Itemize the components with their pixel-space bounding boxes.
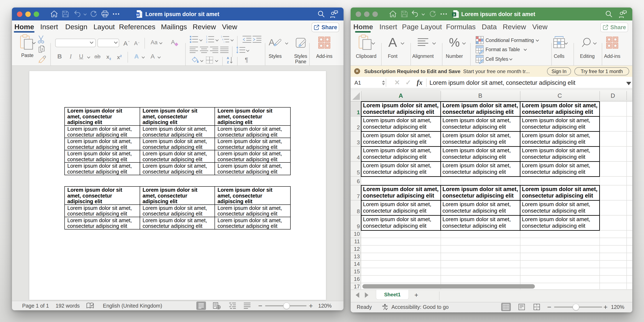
svg-text:3: 3 [206,41,207,43]
svg-text:Z: Z [227,60,229,64]
svg-text:A: A [227,56,229,60]
svg-text:A: A [388,36,397,48]
svg-text:W: W [136,13,139,16]
svg-text:X: X [453,13,455,16]
svg-text:a: a [222,38,223,40]
svg-text:i: i [224,41,224,43]
svg-text:1: 1 [206,35,207,38]
svg-text:1: 1 [221,35,222,38]
svg-text:%: % [449,36,460,48]
svg-text:A: A [269,38,274,47]
svg-text:2: 2 [206,38,207,40]
